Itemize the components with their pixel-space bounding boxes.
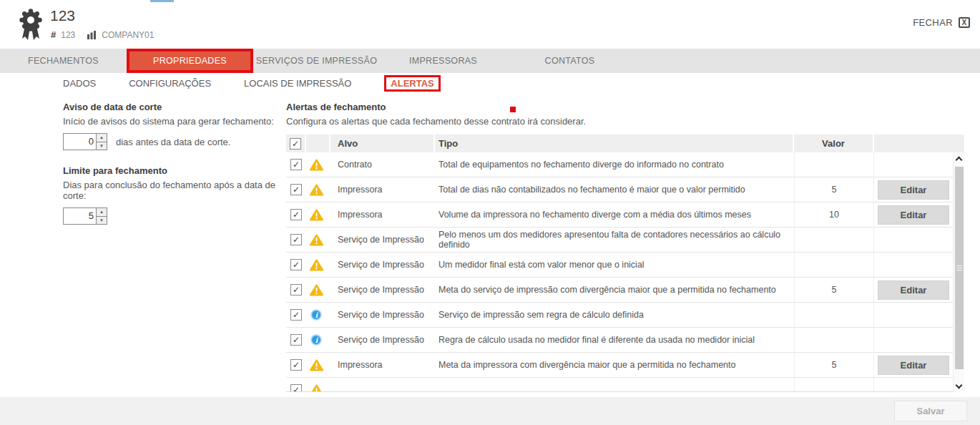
select-all-checkbox[interactable]: ✓ [290, 138, 301, 150]
alert-row: ✓ Contrato Total de equipamentos no fech… [286, 152, 953, 177]
alert-row: ✓ Impressora Volume da impressora no fec… [286, 202, 953, 228]
page-title: 123 [50, 7, 75, 24]
section-description: Dias para conclusão do fechamento após a… [63, 180, 281, 201]
scroll-up-icon[interactable] [954, 152, 964, 164]
alert-checkbox[interactable]: ✓ [290, 234, 302, 245]
tab-impressoras[interactable]: IMPRESSORAS [380, 49, 506, 73]
scroll-down-icon[interactable] [954, 381, 964, 392]
warning-icon [310, 359, 323, 371]
alert-checkbox[interactable]: ✓ [290, 259, 302, 270]
stepper-value[interactable]: 5 [64, 208, 96, 224]
cut-notice-section: Aviso de data de corte Início de avisos … [63, 102, 281, 150]
tipo-column-header[interactable]: Tipo [435, 135, 794, 152]
stepper-up-icon[interactable]: ▲ [97, 208, 107, 217]
icon-column-header [306, 135, 330, 152]
warning-icon [310, 159, 323, 171]
close-button[interactable]: FECHAR X [913, 17, 970, 28]
subtab-configuracoes[interactable]: CONFIGURAÇÕES [129, 78, 211, 89]
alert-type-description: Um medidor final está com valor menor qu… [435, 253, 794, 277]
edit-button[interactable]: Editar [878, 356, 949, 375]
alert-value [794, 303, 874, 327]
stepper-up-icon[interactable]: ▲ [97, 134, 107, 142]
section-title: Aviso de data de corte [63, 102, 281, 112]
alert-target: Serviço de Impressão [330, 278, 435, 302]
alvo-column-header[interactable]: Alvo [330, 135, 435, 152]
alerts-title: Alertas de fechamento [286, 102, 964, 112]
alert-checkbox[interactable]: ✓ [290, 334, 302, 346]
alert-value [794, 253, 874, 277]
alert-checkbox[interactable]: ✓ [290, 159, 302, 170]
stepper-down-icon[interactable]: ▼ [97, 142, 107, 150]
close-icon[interactable]: X [959, 17, 970, 28]
alert-row: ✓ i Serviço de Impressão Regra de cálcul… [286, 328, 953, 353]
main-tabs: FECHAMENTOSPROPRIEDADESSERVIÇOS DE IMPRE… [0, 49, 980, 73]
valor-column-header[interactable]: Valor [794, 135, 874, 152]
alert-type-description: Meta da impressora com divergência maior… [435, 353, 794, 377]
tab-fechamentos[interactable]: FECHAMENTOS [0, 49, 127, 73]
alert-target: Impressora [330, 202, 435, 227]
company-name: COMPANY01 [102, 30, 154, 40]
alert-checkbox[interactable]: ✓ [290, 309, 302, 321]
alert-type-description: Serviço de impressão sem regra de cálcul… [435, 303, 794, 327]
alert-target: Serviço de Impressão [330, 303, 435, 327]
subtab-alertas[interactable]: ALERTAS [384, 75, 440, 92]
scrollbar-grip [956, 265, 962, 270]
stepper-down-icon[interactable]: ▼ [97, 217, 107, 225]
scrollbar-thumb[interactable] [955, 167, 964, 369]
settings-panel: Aviso de data de corte Início de avisos … [63, 102, 281, 225]
window-subtitle: # 123 COMPANY01 [51, 29, 154, 40]
alert-row: ✓ Serviço de Impressão Um medidor final … [286, 253, 953, 278]
tab-servicos-de-impressao[interactable]: SERVIÇOS DE IMPRESSÃO [253, 49, 380, 73]
days-before-cut-stepper[interactable]: 0 ▲ ▼ [63, 133, 107, 150]
section-description: Início de avisos do sistema para gerar f… [63, 116, 281, 127]
company-icon [87, 31, 97, 39]
alert-value: 10 [794, 202, 874, 227]
alerts-table: ✓ Alvo Tipo Valor ✓ Contrato Total de eq… [286, 135, 964, 392]
table-body: ✓ Contrato Total de equipamentos no fech… [286, 152, 953, 392]
annotation-marker [510, 107, 516, 112]
vertical-scrollbar[interactable] [953, 152, 964, 392]
info-icon: i [310, 333, 323, 346]
alert-target: Impressora [330, 177, 435, 202]
alert-value: 5 [794, 177, 874, 202]
tab-contatos[interactable]: CONTATOS [506, 49, 633, 73]
alert-type-description: Pelo menos um dos medidores apresentou f… [435, 228, 794, 252]
alert-value: 5 [794, 353, 874, 377]
alert-target: Serviço de Impressão [330, 228, 435, 252]
edit-button[interactable]: Editar [878, 180, 949, 200]
alert-checkbox[interactable]: ✓ [290, 284, 302, 295]
alert-value [794, 328, 874, 352]
save-button[interactable]: Salvar [894, 401, 967, 421]
alert-checkbox[interactable]: ✓ [290, 384, 302, 392]
alert-row: ✓ Serviço de Impressão Pelo menos um dos… [286, 228, 953, 253]
alert-target: Impressora [330, 353, 435, 377]
alert-checkbox[interactable]: ✓ [290, 209, 302, 220]
closure-limit-section: Limite para fechamento Dias para conclus… [63, 165, 281, 225]
warning-icon [310, 384, 323, 393]
alert-value: 5 [794, 278, 874, 302]
subtab-dados[interactable]: DADOS [63, 78, 96, 89]
contract-number: 123 [61, 30, 75, 40]
alert-value [794, 378, 874, 392]
content-area: Aviso de data de corte Início de avisos … [0, 93, 980, 397]
edit-button[interactable]: Editar [878, 280, 949, 300]
warning-icon [310, 284, 323, 296]
stepper-value[interactable]: 0 [64, 134, 96, 150]
alert-type-description: Regra de cálculo usada no medidor final … [435, 328, 794, 352]
alert-checkbox[interactable]: ✓ [290, 184, 302, 195]
alert-row: ✓ [286, 378, 953, 392]
tab-propriedades[interactable]: PROPRIEDADES [127, 49, 253, 73]
warning-icon [310, 234, 323, 246]
alert-row: ✓ Impressora Total de dias não contabili… [286, 177, 953, 202]
alert-type-description: Total de dias não contabilizados no fech… [435, 177, 794, 202]
action-column-header [874, 135, 953, 152]
subtab-locais-de-impressao[interactable]: LOCAIS DE IMPRESSÃO [244, 78, 351, 89]
alert-checkbox[interactable]: ✓ [290, 359, 302, 371]
warning-icon [310, 184, 323, 196]
top-accent-bar [150, 0, 174, 2]
table-header: ✓ Alvo Tipo Valor [286, 135, 964, 152]
stepper-suffix: dias antes da data de corte. [116, 137, 230, 147]
edit-button[interactable]: Editar [878, 205, 949, 225]
closure-limit-stepper[interactable]: 5 ▲ ▼ [63, 207, 107, 225]
alert-target [330, 378, 435, 392]
